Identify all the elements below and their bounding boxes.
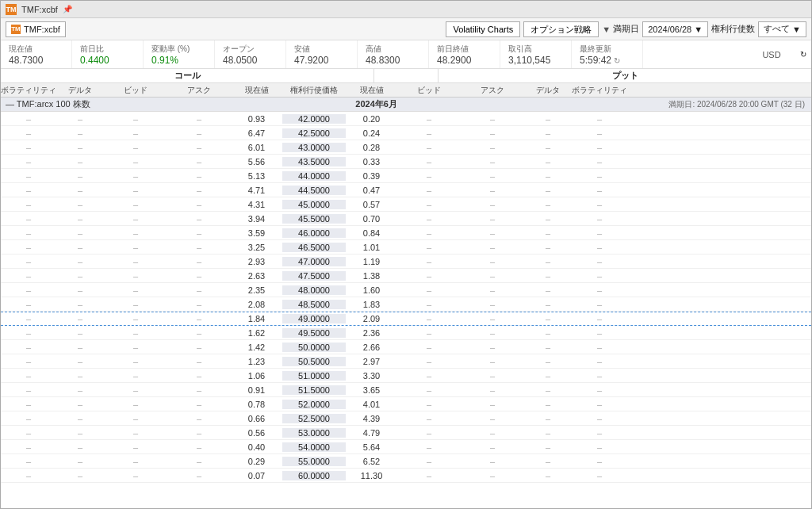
table-row[interactable]: – – – – 1.42 50.0000 2.66 – – – – [1,340,811,354]
call-vol: – [1,171,56,181]
call-vol: – [1,428,56,438]
call-ask: – [167,328,231,338]
put-current: 0.47 [346,186,397,195]
put-vol: – [572,357,627,366]
expiry-date-selector[interactable]: 2024/06/28 ▼ [642,21,708,37]
table-row[interactable]: – – – – 0.93 42.0000 0.20 – – – – [1,112,811,126]
table-row[interactable]: – – – – 1.23 50.5000 2.97 – – – – [1,354,811,369]
table-row[interactable]: – – – – 6.01 43.0000 0.28 – – – – [1,140,811,155]
table-row[interactable]: – – – – 2.08 48.5000 1.83 – – – – [1,297,811,312]
table-row[interactable]: – – – – 2.93 47.0000 1.19 – – – – [1,254,811,269]
table-row[interactable]: – – – – 0.29 55.0000 6.52 – – – – [1,454,811,469]
symbol-selector[interactable]: TM TMF:xcbf [6,21,66,37]
call-delta: – [56,114,104,124]
volatility-charts-button[interactable]: Volatility Charts [446,21,520,37]
col-put-bid: ビッド [397,85,461,96]
table-row[interactable]: – – – – 2.35 48.0000 1.60 – – – – [1,283,811,297]
refresh-icon[interactable]: ↻ [800,50,806,59]
call-ask: – [167,428,231,438]
rights-value-selector[interactable]: すべて ▼ [758,21,806,37]
call-delta: – [56,285,104,295]
call-delta: – [56,314,104,323]
stat-cell-4: 安値 47.9200 [286,40,358,68]
put-current: 2.66 [346,343,397,352]
call-ask: – [167,214,231,224]
call-bid: – [104,143,167,152]
table-row[interactable]: – – – – 4.31 45.0000 0.57 – – – – [1,197,811,212]
table-row[interactable]: – – – – 0.91 51.5000 3.65 – – – – [1,383,811,397]
call-bid: – [104,385,167,395]
put-bid: – [397,285,461,295]
table-row[interactable]: – – – – 0.78 52.0000 4.01 – – – – [1,397,811,411]
strike-price: 45.0000 [282,200,346,209]
put-delta: – [524,128,572,138]
put-current: 1.19 [346,257,397,266]
table-row[interactable]: – – – – 0.66 52.5000 4.39 – – – – [1,411,811,426]
stat-value: 5:59:42 ↻ [580,55,634,66]
table-row[interactable]: – – – – 4.71 44.5000 0.47 – – – – [1,183,811,197]
call-ask: – [167,228,231,238]
table-row[interactable]: – – – – 6.47 42.5000 0.24 – – – – [1,126,811,140]
put-ask: – [461,271,524,281]
put-delta: – [524,414,572,423]
call-vol: – [1,414,56,423]
call-delta: – [56,243,104,252]
put-current: 5.64 [346,442,397,452]
put-ask: – [461,385,524,395]
call-ask: – [167,171,231,181]
table-row[interactable]: – – – – 0.40 54.0000 5.64 – – – – [1,440,811,454]
call-current: 0.66 [231,414,282,423]
call-bid: – [104,257,167,266]
put-delta: – [524,271,572,281]
strike-price: 44.0000 [282,171,346,181]
call-vol: – [1,457,56,466]
call-current: 3.59 [231,228,282,238]
put-ask: – [461,357,524,366]
call-current: 2.93 [231,257,282,266]
put-vol: – [572,314,627,323]
put-current: 0.57 [346,200,397,209]
put-current: 1.38 [346,271,397,281]
call-ask: – [167,200,231,209]
options-table[interactable]: — TMF:arcx 100 株数 2024年6月 満期日: 2024/06/2… [1,98,811,508]
table-row[interactable]: – – – – 1.84 49.0000 2.09 – – – – [1,312,811,326]
call-current: 6.47 [231,128,282,138]
table-row[interactable]: – – – – 1.62 49.5000 2.36 – – – – [1,326,811,340]
table-row[interactable]: – – – – 5.56 43.5000 0.33 – – – – [1,155,811,169]
strategy-button[interactable]: オプション戦略 [523,21,599,37]
table-row[interactable]: – – – – 1.06 51.0000 3.30 – – – – [1,369,811,383]
call-delta: – [56,457,104,466]
table-row[interactable]: – – – – 3.59 46.0000 0.84 – – – – [1,226,811,240]
table-row[interactable]: – – – – 5.13 44.0000 0.39 – – – – [1,169,811,183]
call-ask: – [167,457,231,466]
col-call-delta: デルタ [56,85,104,96]
table-row[interactable]: – – – – 2.63 47.5000 1.38 – – – – [1,269,811,283]
call-delta: – [56,186,104,195]
call-bid: – [104,200,167,209]
put-delta: – [524,457,572,466]
put-delta: – [524,228,572,238]
put-ask: – [461,214,524,224]
pin-icon[interactable]: 📌 [63,5,72,13]
strike-price: 43.5000 [282,157,346,166]
strike-price: 44.5000 [282,186,346,195]
put-vol: – [572,157,627,166]
put-vol: – [572,143,627,152]
call-delta: – [56,371,104,381]
rights-value-text: すべて [764,23,790,35]
table-row[interactable]: – – – – 3.94 45.5000 0.70 – – – – [1,212,811,226]
call-current: 3.94 [231,214,282,224]
stat-value: 0.91% [151,55,206,66]
call-ask: – [167,357,231,366]
call-bid: – [104,414,167,423]
table-row[interactable]: – – – – 0.07 60.0000 11.30 – – – – [1,469,811,483]
table-row[interactable]: – – – – 3.25 46.5000 1.01 – – – – [1,240,811,254]
put-bid: – [397,228,461,238]
table-row[interactable]: – – – – 0.56 53.0000 4.79 – – – – [1,426,811,440]
call-header: コール [1,69,374,82]
put-ask: – [461,371,524,381]
put-bid: – [397,328,461,338]
put-vol: – [572,457,627,466]
stat-value: 3,110,545 [508,55,563,66]
put-ask: – [461,257,524,266]
